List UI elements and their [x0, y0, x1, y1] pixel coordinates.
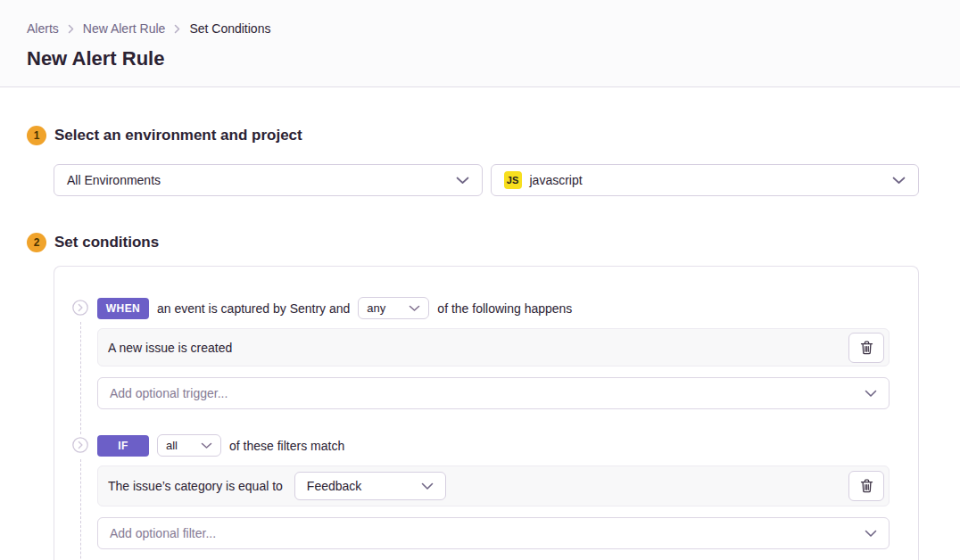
if-step: IF all of these filters match The issue’… [72, 434, 890, 560]
if-step-gutter [72, 434, 97, 560]
when-text-before: an event is captured by Sentry and [157, 301, 350, 316]
when-step: WHEN an event is captured by Sentry and … [72, 297, 890, 434]
trash-icon [860, 479, 873, 493]
javascript-platform-icon: JS [504, 171, 522, 189]
when-step-gutter [72, 297, 97, 434]
add-optional-trigger-select[interactable]: Add optional trigger... [97, 377, 890, 409]
step-connector-line [80, 322, 81, 434]
chevron-circle-icon [72, 300, 88, 316]
breadcrumb: Alerts New Alert Rule Set Conditions [27, 21, 933, 36]
step-connector-line [80, 459, 81, 560]
when-text-after: of the following happens [437, 301, 572, 316]
section-conditions-title: Set conditions [54, 234, 159, 251]
section-environment-title: Select an environment and project [54, 127, 302, 144]
trigger-rule-label: A new issue is created [108, 341, 232, 355]
page-header: Alerts New Alert Rule Set Conditions New… [0, 0, 960, 87]
project-select-value: javascript [530, 173, 583, 187]
add-optional-filter-placeholder: Add optional filter... [110, 526, 216, 540]
breadcrumb-new-alert-rule[interactable]: New Alert Rule [83, 21, 166, 36]
if-match-value: all [166, 439, 178, 452]
chevron-down-icon [865, 530, 877, 538]
delete-trigger-button[interactable] [848, 333, 884, 363]
add-optional-filter-select[interactable]: Add optional filter... [97, 517, 890, 549]
trigger-rule-row: A new issue is created [97, 328, 890, 366]
section-conditions-heading: 2 Set conditions [27, 232, 919, 253]
trash-icon [860, 341, 873, 355]
when-match-value: any [367, 301, 385, 315]
step-2-number-badge: 2 [27, 233, 46, 252]
when-badge: WHEN [97, 298, 149, 319]
environment-select[interactable]: All Environments [54, 164, 483, 196]
breadcrumb-alerts[interactable]: Alerts [27, 21, 59, 36]
if-text-after: of these filters match [229, 439, 344, 453]
page-title: New Alert Rule [27, 47, 933, 70]
delete-filter-button[interactable] [848, 471, 884, 501]
chevron-down-icon [409, 305, 420, 312]
filter-rule-label: The issue’s category is equal to [108, 479, 283, 493]
add-optional-trigger-placeholder: Add optional trigger... [110, 386, 228, 400]
chevron-down-icon [456, 177, 469, 185]
filter-category-value: Feedback [307, 479, 361, 493]
chevron-down-icon [201, 442, 212, 449]
when-match-select[interactable]: any [358, 297, 429, 319]
chevron-down-icon [892, 177, 906, 185]
chevron-right-icon [174, 24, 180, 34]
conditions-panel: WHEN an event is captured by Sentry and … [54, 266, 919, 560]
chevron-down-icon [421, 482, 434, 490]
section-environment-heading: 1 Select an environment and project [27, 125, 919, 146]
filter-category-select[interactable]: Feedback [294, 472, 446, 500]
if-match-select[interactable]: all [157, 434, 221, 457]
step-1-number-badge: 1 [27, 126, 46, 145]
chevron-right-icon [68, 24, 74, 34]
environment-project-row: All Environments JS javascript [54, 164, 919, 196]
project-select[interactable]: JS javascript [491, 164, 920, 196]
if-condition-line: IF all of these filters match [97, 434, 890, 457]
chevron-circle-icon [72, 437, 88, 453]
filter-rule-row: The issue’s category is equal to Feedbac… [97, 465, 890, 506]
when-condition-line: WHEN an event is captured by Sentry and … [97, 297, 890, 319]
chevron-down-icon [865, 390, 877, 398]
breadcrumb-set-conditions: Set Conditions [189, 21, 270, 36]
environment-select-value: All Environments [67, 173, 161, 187]
if-badge: IF [97, 435, 149, 457]
main-content: 1 Select an environment and project All … [0, 87, 960, 560]
